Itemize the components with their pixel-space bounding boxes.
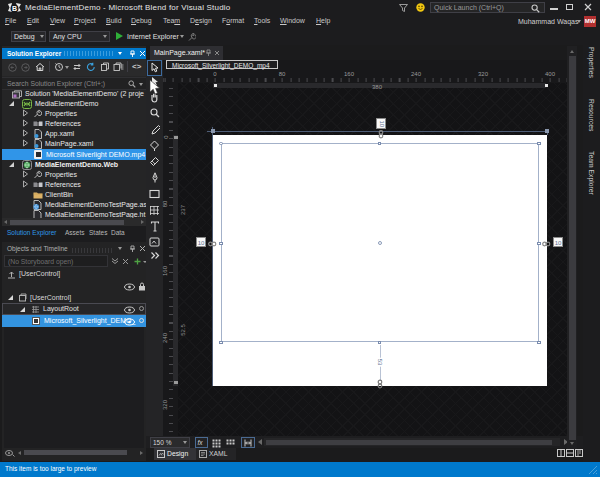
svg-text:B: B bbox=[12, 5, 17, 12]
